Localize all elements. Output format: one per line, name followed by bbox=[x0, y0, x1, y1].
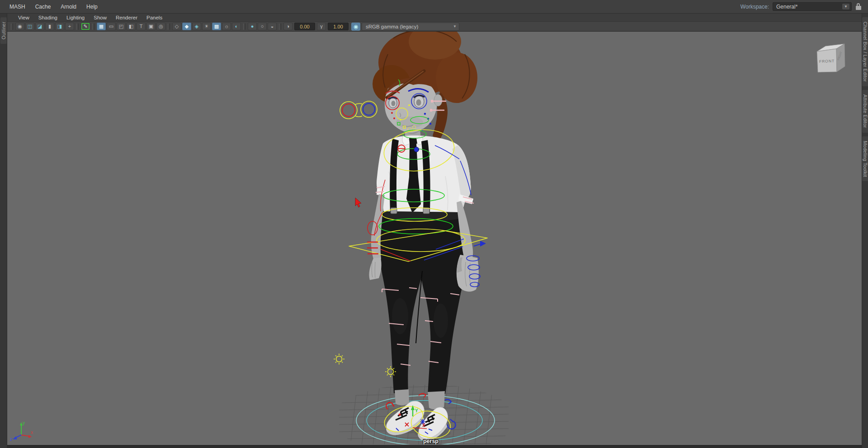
workspace-dropdown[interactable]: General* ▼ bbox=[773, 2, 852, 11]
gamma-field[interactable]: 1.00 bbox=[328, 23, 349, 30]
shaded-button[interactable]: ◆ bbox=[182, 23, 191, 30]
camera-label: persp bbox=[423, 438, 439, 444]
panel-menu-view[interactable]: View bbox=[14, 14, 34, 21]
view-transform-value: sRGB gamma (legacy) bbox=[366, 24, 418, 29]
tab-modeling-toolkit[interactable]: Modeling Toolkit bbox=[862, 136, 868, 182]
lock-icon[interactable] bbox=[855, 3, 862, 10]
menu-cache[interactable]: Cache bbox=[30, 2, 56, 12]
panel-toolbar: ◉ ◫ ◪ ▮ ◨ + ✎ ▦ ▭ ◰ ◧ T ▣ ◎ ◇ ◆ ◈ ☀ bbox=[7, 22, 862, 32]
gate-mask-button[interactable]: ◧ bbox=[127, 23, 136, 30]
axis-y-label: y bbox=[23, 420, 25, 425]
grease-pencil-button[interactable]: ✎ bbox=[81, 23, 90, 30]
resolution-gate-button[interactable]: ◰ bbox=[117, 23, 126, 30]
view-cube-front-label: FRONT bbox=[819, 59, 835, 64]
field-chart-button[interactable]: T bbox=[137, 23, 146, 30]
menu-mash[interactable]: MASH bbox=[5, 2, 30, 12]
aux-gear-control[interactable] bbox=[334, 354, 396, 377]
panel-menu-show[interactable]: Show bbox=[89, 14, 111, 21]
textured-button[interactable]: ◈ bbox=[192, 23, 201, 30]
motion-blur-button[interactable]: ◐ bbox=[232, 23, 241, 30]
menu-help[interactable]: Help bbox=[81, 2, 103, 12]
default-material-button[interactable]: ● bbox=[248, 23, 257, 30]
panel-menu-renderer[interactable]: Renderer bbox=[111, 14, 142, 21]
tab-channel-box-layer-editor[interactable]: Channel Box / Layer Editor bbox=[862, 17, 868, 86]
workspace-selector: Workspace: General* ▼ bbox=[741, 2, 868, 11]
isolate-select-button[interactable]: ◒ bbox=[268, 23, 277, 30]
left-panel-strip: Outliner bbox=[0, 14, 7, 448]
view-transform-icon[interactable]: ◉ bbox=[351, 23, 360, 31]
toolbar-grip[interactable] bbox=[92, 23, 94, 30]
manipulator-y-label: Y bbox=[415, 408, 418, 413]
view-cube[interactable]: FRONT RIGHT bbox=[817, 44, 845, 72]
toolbar-grip[interactable] bbox=[168, 23, 170, 30]
toolbar-grip[interactable] bbox=[243, 23, 245, 30]
right-panel-strip: Channel Box / Layer Editor Attribute Edi… bbox=[862, 14, 868, 448]
viewport[interactable]: Y X FRONT RIGHT bbox=[7, 32, 862, 444]
panel-menu-lighting[interactable]: Lighting bbox=[62, 14, 89, 21]
grid-button[interactable]: ▦ bbox=[97, 23, 106, 30]
use-all-lights-button[interactable]: ☀ bbox=[202, 23, 211, 30]
exposure-icon[interactable]: ◑ bbox=[283, 23, 292, 30]
axis-x-label: x bbox=[31, 430, 33, 435]
select-camera-button[interactable]: ◉ bbox=[15, 23, 24, 30]
camera-attributes-button[interactable]: ◪ bbox=[35, 23, 44, 30]
2d-pan-zoom-button[interactable]: + bbox=[65, 23, 74, 30]
main-menubar: MASH Cache Arnold Help Workspace: Genera… bbox=[0, 0, 868, 14]
image-plane-button[interactable]: ◨ bbox=[55, 23, 64, 30]
menu-arnold[interactable]: Arnold bbox=[56, 2, 81, 12]
safe-action-button[interactable]: ▣ bbox=[146, 23, 156, 30]
workspace-label: Workspace: bbox=[741, 4, 769, 10]
lock-camera-button[interactable]: ◫ bbox=[25, 23, 34, 30]
chevron-down-icon[interactable]: ▼ bbox=[453, 24, 457, 28]
tab-attribute-editor[interactable]: Attribute Editor bbox=[862, 90, 868, 132]
pants bbox=[378, 211, 469, 395]
xray-button[interactable]: ○ bbox=[258, 23, 267, 30]
panel-menu-panels[interactable]: Panels bbox=[142, 14, 167, 21]
exposure-field[interactable]: 0.00 bbox=[294, 23, 315, 30]
axis-z-label: z bbox=[10, 437, 12, 442]
wireframe-button[interactable]: ◇ bbox=[172, 23, 181, 30]
mouse-cursor bbox=[355, 198, 361, 207]
main-menu-items: MASH Cache Arnold Help bbox=[0, 2, 103, 12]
viewport-canvas: Y X FRONT RIGHT bbox=[7, 32, 862, 444]
shadows-button[interactable]: ▩ bbox=[212, 23, 221, 30]
maya-window: MASH Cache Arnold Help Workspace: Genera… bbox=[0, 0, 868, 448]
film-gate-button[interactable]: ▭ bbox=[107, 23, 116, 30]
eye-aim-control[interactable] bbox=[340, 101, 377, 119]
panel-menubar: View Shading Lighting Show Renderer Pane… bbox=[7, 14, 862, 22]
sock bbox=[428, 391, 445, 410]
toolbar-grip[interactable] bbox=[11, 23, 13, 30]
axis-gizmo: y x z bbox=[10, 420, 33, 442]
view-transform-dropdown[interactable]: sRGB gamma (legacy) ▼ bbox=[362, 23, 459, 31]
bookmark-button[interactable]: ▮ bbox=[45, 23, 54, 30]
chevron-down-icon[interactable]: ▼ bbox=[842, 4, 849, 9]
gamma-icon[interactable]: γ bbox=[317, 23, 326, 30]
toolbar-grip[interactable] bbox=[279, 23, 281, 30]
tab-outliner[interactable]: Outliner bbox=[0, 17, 7, 44]
safe-title-button[interactable]: ◎ bbox=[156, 23, 165, 30]
manipulator-x-label: X bbox=[422, 423, 425, 428]
sock bbox=[395, 389, 409, 406]
panel-menu-shading[interactable]: Shading bbox=[34, 14, 62, 21]
bottom-strip bbox=[7, 444, 862, 448]
workspace-value: General* bbox=[776, 4, 797, 10]
toolbar-grip[interactable] bbox=[76, 23, 79, 30]
ambient-occlusion-button[interactable]: ☼ bbox=[222, 23, 231, 30]
